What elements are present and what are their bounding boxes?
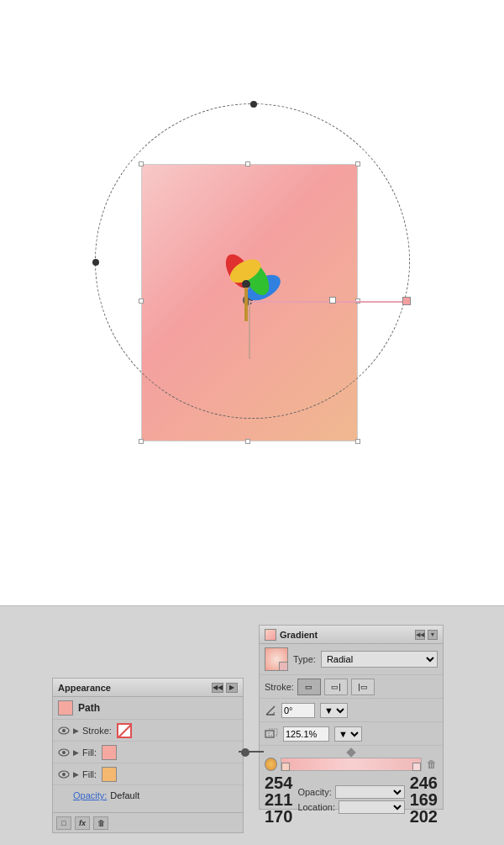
gradient-bar-section: 🗑 [260, 746, 443, 773]
svg-point-9 [62, 751, 66, 754]
gradient-g2-value: 169 [410, 791, 438, 808]
fx-toolbar: □ fx 🗑 [53, 812, 243, 832]
gradient-midpoint-diamond[interactable] [346, 747, 355, 757]
gradient-stop-left[interactable] [281, 763, 290, 771]
gradient-scale-row: ▼ [260, 722, 443, 746]
connector-line [239, 751, 264, 753]
gradient-g-value: 211 [265, 791, 292, 808]
appearance-collapse-controls: ◀◀ ▶ [212, 683, 238, 693]
new-layer-btn[interactable]: □ [56, 816, 71, 830]
stroke-visibility-icon[interactable] [58, 726, 70, 735]
gradient-b-value: 170 [265, 808, 292, 825]
gradient-header: Gradient ◀◀ ▼ [260, 626, 443, 644]
gradient-panel-title: Gradient [280, 630, 318, 640]
gradient-stroke-label: Stroke: [265, 682, 294, 692]
svg-rect-5 [244, 288, 248, 321]
selection-handle-bl[interactable] [139, 439, 144, 444]
appearance-collapse-btn1[interactable]: ◀◀ [212, 683, 223, 693]
gradient-scale-field[interactable] [283, 726, 329, 742]
gradient-scale-select[interactable]: ▼ [334, 726, 362, 742]
selection-handle-br[interactable] [355, 439, 360, 444]
gradient-type-select[interactable]: Radial Linear [321, 651, 438, 668]
opacity-label[interactable]: Opacity: [73, 790, 107, 800]
fill2-label: Fill: [82, 769, 97, 779]
gradient-b2-value: 202 [410, 808, 438, 825]
fill1-visibility-icon[interactable] [58, 748, 70, 757]
svg-point-11 [62, 773, 66, 776]
gradient-stroke-btn3[interactable]: |▭ [351, 679, 375, 695]
location-row-label: Location: [297, 802, 335, 812]
gradient-preview-swatch[interactable] [265, 647, 288, 671]
location-field-row: Location: [297, 800, 404, 814]
gradient-panel: Gradient ◀◀ ▼ Type: Radial Linear Stroke… [259, 625, 444, 810]
circle-handle-left[interactable] [92, 259, 99, 266]
gradient-color-values: 254 211 170 Opacity: Location: 246 169 2… [260, 773, 443, 827]
opacity-row-label: Opacity: [297, 787, 331, 797]
gradient-bar-row: 🗑 [265, 758, 438, 771]
location-dropdown[interactable] [339, 800, 405, 814]
gradient-angle-row: ▼ [260, 699, 443, 722]
opacity-value: Default [110, 790, 139, 800]
gradient-full-bar[interactable] [281, 758, 422, 771]
gradient-collapse-btn1[interactable]: ◀◀ [415, 630, 425, 640]
gradient-color-indicator[interactable] [265, 758, 277, 771]
svg-rect-14 [269, 729, 277, 736]
gradient-type-label: Type: [293, 654, 316, 664]
gradient-r-value: 254 [265, 774, 292, 791]
selection-handle-bc[interactable] [245, 439, 250, 444]
gradient-angle-field[interactable] [281, 703, 315, 718]
fx-btn[interactable]: fx [75, 816, 90, 830]
opacity-row: Opacity: Default [53, 785, 243, 805]
scale-icon [265, 728, 278, 740]
fill2-visibility-icon[interactable] [58, 770, 70, 779]
fill1-swatch[interactable] [102, 745, 117, 760]
gradient-opacity-location: Opacity: Location: [292, 785, 409, 814]
svg-point-7 [62, 729, 66, 732]
appearance-header: Appearance ◀◀ ▶ [53, 679, 243, 697]
gradient-r2-value: 246 [410, 774, 438, 791]
svg-point-4 [242, 280, 250, 288]
canvas-area [0, 0, 504, 605]
gradient-collapse-btn2[interactable]: ▼ [428, 630, 438, 640]
bottom-panel: Appearance ◀◀ ▶ Path ▶ Stroke: [0, 605, 504, 845]
fill1-expand-icon[interactable]: ▶ [73, 748, 79, 757]
angle-icon [265, 705, 276, 716]
fill2-row: ▶ Fill: [53, 763, 243, 785]
stroke-row: ▶ Stroke: [53, 720, 243, 742]
appearance-panel: Appearance ◀◀ ▶ Path ▶ Stroke: [52, 678, 244, 833]
gradient-icon [265, 629, 276, 641]
gradient-stop-right[interactable] [412, 763, 421, 771]
gradient-stroke-row: Stroke: ▭ ▭| |▭ [260, 675, 443, 699]
gradient-stroke-btn1[interactable]: ▭ [297, 679, 321, 695]
stroke-swatch[interactable] [117, 723, 132, 738]
fill2-swatch[interactable] [102, 767, 117, 782]
gradient-endpoint-handle[interactable] [402, 297, 411, 305]
svg-rect-13 [265, 731, 274, 737]
path-color-swatch [58, 700, 73, 716]
delete-btn[interactable]: 🗑 [93, 816, 108, 830]
path-label: Path [78, 702, 100, 714]
gradient-r-group: 254 211 170 [265, 774, 292, 825]
fill1-label: Fill: [82, 747, 97, 758]
stroke-expand-icon[interactable]: ▶ [73, 726, 79, 735]
gradient-stroke-btn2[interactable]: ▭| [324, 679, 348, 695]
gradient-delete-btn[interactable]: 🗑 [425, 758, 438, 771]
pinwheel-image [214, 244, 281, 328]
gradient-title-group: Gradient [265, 629, 318, 641]
stroke-label: Stroke: [82, 726, 112, 736]
gradient-midpoint-handle[interactable] [329, 297, 336, 304]
circle-handle-top[interactable] [250, 101, 257, 108]
appearance-title: Appearance [58, 683, 111, 693]
gradient-r2-group: 246 169 202 [410, 774, 438, 825]
gradient-type-row: Type: Radial Linear [260, 644, 443, 675]
path-row: Path [53, 697, 243, 720]
opacity-field-row: Opacity: [297, 785, 404, 799]
gradient-angle-select[interactable]: ▼ [320, 703, 348, 718]
appearance-collapse-btn2[interactable]: ▶ [226, 683, 238, 693]
opacity-dropdown[interactable] [335, 785, 405, 799]
fill2-expand-icon[interactable]: ▶ [73, 770, 79, 779]
gradient-panel-controls: ◀◀ ▼ [415, 630, 438, 640]
fill1-row: ▶ Fill: [53, 742, 243, 763]
